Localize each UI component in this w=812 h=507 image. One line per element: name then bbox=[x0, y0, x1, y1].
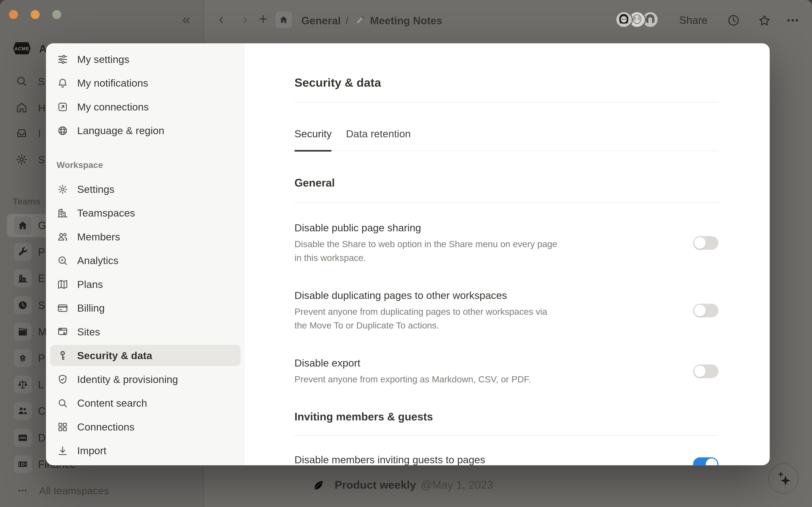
setting-title: Disable members inviting guests to pages bbox=[295, 453, 637, 465]
all-teamspaces-button[interactable]: All teamspaces bbox=[39, 486, 109, 496]
history-clock-icon[interactable] bbox=[726, 13, 741, 28]
teamspace-label[interactable]: E bbox=[38, 269, 45, 287]
teamspace-label[interactable]: S bbox=[38, 296, 45, 314]
toggle-disable-public-page-sharing[interactable] bbox=[693, 236, 718, 250]
close-button[interactable] bbox=[9, 10, 18, 19]
members-icon bbox=[57, 230, 69, 243]
settings-nav-import[interactable]: Import bbox=[50, 440, 241, 461]
sidebar-collapse-icon[interactable]: « bbox=[183, 13, 191, 27]
sidebar-item-home[interactable]: H bbox=[38, 101, 45, 115]
nav-back-icon[interactable]: ‹ bbox=[219, 12, 224, 26]
wave-icon bbox=[17, 432, 29, 444]
tab-security[interactable]: Security bbox=[295, 127, 332, 151]
collaborator-avatars[interactable] bbox=[615, 11, 659, 29]
teamspace-product[interactable] bbox=[14, 243, 32, 261]
page-link-row[interactable]: Product weekly @May 8, 2023 bbox=[311, 504, 493, 507]
tab-data-retention[interactable]: Data retention bbox=[346, 127, 411, 151]
share-button[interactable]: Share bbox=[679, 14, 708, 26]
teamspace-label[interactable]: D bbox=[38, 429, 46, 447]
sidebar-item-search[interactable]: S bbox=[38, 74, 45, 88]
settings-nav-billing[interactable]: Billing bbox=[50, 297, 241, 319]
settings-nav-label: Connections bbox=[77, 420, 135, 433]
settings-nav-sites[interactable]: Sites bbox=[50, 321, 241, 342]
workspace-logo[interactable]: ACME bbox=[13, 42, 31, 55]
clock-icon bbox=[17, 299, 29, 311]
settings-nav-my-settings[interactable]: My settings bbox=[50, 49, 241, 70]
teamspace-label[interactable]: G bbox=[38, 217, 46, 234]
favorite-star-icon[interactable] bbox=[757, 13, 772, 28]
toggle-disable-members-inviting-guests[interactable] bbox=[693, 457, 718, 465]
settings-nav-language-region[interactable]: Language & region bbox=[50, 120, 241, 141]
house-icon bbox=[17, 220, 29, 231]
more-options-icon[interactable] bbox=[785, 13, 800, 28]
divider bbox=[295, 435, 718, 436]
settings-nav-plans[interactable]: Plans bbox=[50, 274, 241, 295]
toggle-knob bbox=[694, 237, 706, 249]
sidebar-item-settings[interactable]: S bbox=[38, 153, 45, 166]
minimize-button[interactable] bbox=[31, 10, 40, 19]
teamspace-label[interactable]: P bbox=[38, 349, 45, 367]
screen: « ‹ › + General / Meeting Notes Share bbox=[0, 0, 812, 507]
breadcrumb-page-title[interactable]: Meeting Notes bbox=[370, 14, 442, 27]
setting-title: Disable public page sharing bbox=[295, 221, 637, 234]
toggle-disable-export[interactable] bbox=[693, 364, 718, 378]
nav-forward-icon[interactable]: › bbox=[243, 12, 248, 26]
settings-nav-my-connections[interactable]: My connections bbox=[50, 96, 241, 117]
page-link-title[interactable]: Product weekly bbox=[335, 505, 416, 507]
breadcrumb-section[interactable]: General bbox=[301, 14, 341, 27]
teamspace-label[interactable]: L bbox=[38, 376, 44, 394]
teamspace-marketing[interactable] bbox=[14, 323, 32, 341]
workspace-section-header: Workspace bbox=[50, 160, 241, 170]
teamspace-people[interactable] bbox=[14, 349, 32, 367]
sidebar-item-inbox[interactable]: I bbox=[38, 126, 41, 140]
zoom-button[interactable] bbox=[52, 10, 61, 19]
settings-nav-connections[interactable]: Connections bbox=[50, 416, 241, 437]
settings-dialog-sidebar: My settings My notifications My connecti… bbox=[46, 43, 245, 465]
arrow-up-right-box-icon bbox=[57, 101, 69, 113]
teamspace-label[interactable]: C bbox=[38, 402, 46, 420]
settings-nav-identity-provisioning[interactable]: Identity & provisioning bbox=[50, 369, 241, 390]
teamspace-label[interactable]: M bbox=[38, 323, 47, 341]
teamspace-label[interactable]: P bbox=[38, 243, 45, 261]
settings-nav-settings[interactable]: Settings bbox=[50, 178, 241, 200]
settings-nav-analytics[interactable]: Analytics bbox=[50, 250, 241, 271]
money-icon bbox=[17, 458, 29, 470]
search-icon bbox=[57, 397, 69, 409]
toggle-disable-duplicating-pages[interactable] bbox=[693, 304, 718, 318]
teamspaces-section-header: Teams bbox=[13, 196, 41, 207]
setting-row-inviting-guests: Disable members inviting guests to pages bbox=[295, 453, 718, 465]
teamspace-finance[interactable] bbox=[14, 455, 32, 473]
settings-nav-teamspaces[interactable]: Teamspaces bbox=[50, 203, 241, 224]
setting-description: Prevent anyone from duplicating pages to… bbox=[295, 305, 637, 333]
settings-nav-security-data[interactable]: Security & data bbox=[50, 345, 241, 366]
date-mention[interactable]: @May 1, 2023 bbox=[421, 478, 493, 491]
ai-assistant-button[interactable] bbox=[768, 463, 799, 494]
page-link-row[interactable]: Product weekly @May 1, 2023 bbox=[311, 477, 493, 492]
home-icon[interactable] bbox=[15, 101, 29, 115]
date-mention[interactable]: @May 8, 2023 bbox=[421, 505, 493, 507]
page-link-title[interactable]: Product weekly bbox=[335, 478, 416, 491]
grid-icon bbox=[57, 420, 69, 433]
settings-nav-label: Sites bbox=[77, 326, 100, 338]
gear-icon[interactable] bbox=[15, 153, 29, 166]
teamspace-legal[interactable] bbox=[14, 376, 32, 394]
teamspace-sales[interactable] bbox=[14, 296, 32, 314]
settings-nav-label: Analytics bbox=[77, 255, 118, 267]
settings-nav-my-notifications[interactable]: My notifications bbox=[50, 72, 241, 94]
setting-row-duplicating-pages: Disable duplicating pages to other works… bbox=[295, 288, 718, 333]
settings-nav-members[interactable]: Members bbox=[50, 226, 241, 247]
new-page-icon[interactable]: + bbox=[259, 12, 268, 26]
inbox-icon[interactable] bbox=[15, 126, 29, 140]
breadcrumb-home-button[interactable] bbox=[275, 12, 292, 28]
teamspace-engineering[interactable] bbox=[14, 269, 32, 287]
settings-nav-content-search[interactable]: Content search bbox=[50, 393, 241, 414]
workspace-name[interactable]: A bbox=[39, 43, 47, 55]
teamspace-general[interactable] bbox=[14, 217, 32, 234]
dialog-title: Security & data bbox=[295, 75, 718, 91]
traffic-lights bbox=[9, 10, 61, 19]
teamspace-customers[interactable] bbox=[14, 402, 32, 420]
setting-title: Disable duplicating pages to other works… bbox=[295, 288, 637, 302]
setting-title: Disable export bbox=[295, 356, 637, 370]
teamspace-design[interactable] bbox=[14, 429, 32, 447]
search-icon[interactable] bbox=[15, 74, 29, 88]
